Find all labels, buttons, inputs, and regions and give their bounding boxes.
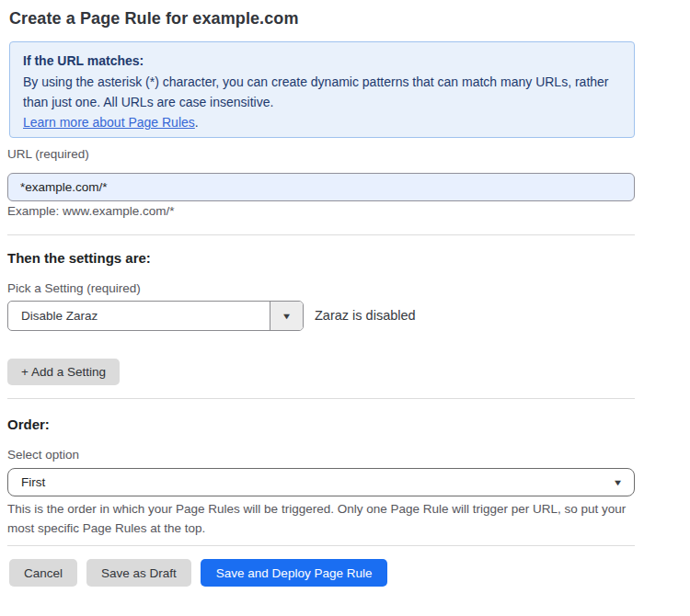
divider <box>7 545 635 546</box>
setting-dropdown[interactable]: Disable Zaraz ▼ <box>7 301 304 331</box>
order-dropdown[interactable]: First ▼ <box>7 468 635 496</box>
add-setting-button[interactable]: + Add a Setting <box>7 359 120 385</box>
url-example-help: Example: www.example.com/* <box>7 204 175 218</box>
learn-more-link[interactable]: Learn more about Page Rules <box>23 115 195 130</box>
divider <box>7 398 635 399</box>
page-title: Create a Page Rule for example.com <box>9 9 299 29</box>
url-input[interactable] <box>7 173 635 201</box>
order-dropdown-caret: ▼ <box>614 469 622 496</box>
setting-status-text: Zaraz is disabled <box>315 301 416 331</box>
divider <box>7 234 635 235</box>
info-link-line: Learn more about Page Rules. <box>23 112 617 132</box>
order-description: This is the order in which your Page Rul… <box>7 499 629 538</box>
link-suffix: . <box>195 115 199 130</box>
save-and-deploy-button[interactable]: Save and Deploy Page Rule <box>201 559 388 587</box>
url-match-info-box: If the URL matches: By using the asteris… <box>9 41 635 138</box>
order-select-label: Select option <box>7 448 79 462</box>
order-section-heading: Order: <box>7 416 50 432</box>
settings-section-heading: Then the settings are: <box>7 250 151 266</box>
save-as-draft-button[interactable]: Save as Draft <box>86 559 191 587</box>
setting-dropdown-caret-button[interactable]: ▼ <box>270 302 303 330</box>
chevron-down-icon: ▼ <box>613 478 624 487</box>
page-rule-form: Create a Page Rule for example.com If th… <box>0 0 690 616</box>
cancel-button[interactable]: Cancel <box>9 559 77 587</box>
url-field-label: URL (required) <box>7 147 89 161</box>
chevron-down-icon: ▼ <box>282 312 293 321</box>
setting-dropdown-value: Disable Zaraz <box>21 302 98 330</box>
info-box-body: By using the asterisk (*) character, you… <box>23 72 617 112</box>
info-box-heading: If the URL matches: <box>23 52 617 69</box>
footer-button-row: Cancel Save as Draft Save and Deploy Pag… <box>9 559 387 587</box>
pick-setting-label: Pick a Setting (required) <box>7 281 141 295</box>
order-dropdown-value: First <box>21 469 45 496</box>
